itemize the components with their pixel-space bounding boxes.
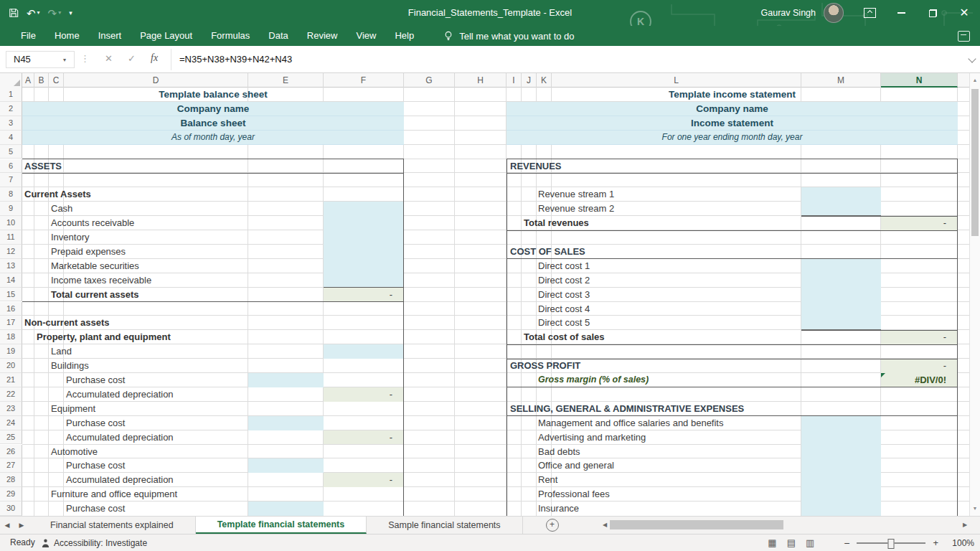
row-header-11[interactable]: 11 [0, 230, 22, 245]
scroll-down-icon[interactable]: ▼ [970, 503, 980, 514]
balance_sheet-label-r22[interactable]: Accumulated depreciation [66, 387, 174, 402]
sheet-nav-left-icon[interactable]: ◀ [0, 517, 14, 534]
balance_sheet-label-r27[interactable]: Purchase cost [66, 458, 125, 473]
menu-tab-review[interactable]: Review [298, 26, 347, 46]
view-normal-icon[interactable]: ▦ [768, 537, 776, 548]
ribbon-display-options-button[interactable] [854, 0, 885, 26]
scroll-up-icon[interactable]: ▲ [970, 75, 980, 86]
income_statement-label-r2[interactable]: Company name [507, 102, 958, 116]
formula-bar-expand-icon[interactable] [968, 55, 976, 62]
formula-bar-handle[interactable]: ⋮ [80, 53, 90, 64]
view-page-break-icon[interactable]: ▥ [806, 537, 814, 548]
row-header-6[interactable]: 6 [0, 159, 22, 174]
row-header-18[interactable]: 18 [0, 330, 22, 344]
row-header-7[interactable]: 7 [0, 173, 22, 187]
balance_sheet-input-cells-E30[interactable] [248, 501, 324, 516]
income_statement-label-r8[interactable]: Revenue stream 1 [538, 187, 614, 202]
income_statement-label-r21[interactable]: Gross margin (% of sales) [538, 373, 649, 387]
name-box-dropdown-icon[interactable]: ▾ [63, 57, 66, 63]
income_statement-label-r27[interactable]: Office and general [538, 458, 614, 473]
balance_sheet-label-r1[interactable]: Template balance sheet [22, 88, 404, 102]
row-header-13[interactable]: 13 [0, 259, 22, 273]
row-header-3[interactable]: 3 [0, 116, 22, 131]
zoom-out-button[interactable]: − [844, 537, 849, 549]
row-header-14[interactable]: 14 [0, 273, 22, 288]
menu-tab-formulas[interactable]: Formulas [202, 26, 259, 46]
row-header-24[interactable]: 24 [0, 416, 22, 430]
row-header-22[interactable]: 22 [0, 387, 22, 402]
income_statement-label-r15[interactable]: Direct cost 3 [538, 288, 590, 302]
column-header-N[interactable]: N [881, 73, 958, 88]
row-header-25[interactable]: 25 [0, 430, 22, 445]
income_statement-label-r1[interactable]: Template income statement [507, 88, 958, 102]
balance_sheet-label-r3[interactable]: Balance sheet [22, 116, 404, 131]
balance_sheet-input-cells-E21[interactable] [248, 373, 324, 387]
user-name[interactable]: Gaurav Singh [761, 8, 816, 18]
balance_sheet-input-cells-E24[interactable] [248, 416, 324, 430]
income_statement-input-cells-M8[interactable] [801, 187, 881, 216]
income_statement-value-r18[interactable]: - [881, 330, 946, 344]
menu-tab-page-layout[interactable]: Page Layout [131, 26, 202, 46]
income_statement-value-r21[interactable]: #DIV/0! [881, 373, 946, 387]
row-header-5[interactable]: 5 [0, 145, 22, 159]
zoom-slider[interactable] [857, 542, 925, 544]
balance_sheet-value-r15[interactable]: - [324, 288, 392, 302]
zoom-level[interactable]: 100% [950, 538, 974, 548]
new-sheet-button[interactable]: + [546, 519, 559, 532]
balance_sheet-value-r22[interactable]: - [324, 387, 392, 402]
scroll-right-icon[interactable]: ▶ [960, 519, 970, 532]
balance_sheet-label-r23[interactable]: Equipment [51, 402, 95, 416]
undo-dropdown-icon[interactable]: ▾ [37, 10, 40, 16]
comments-icon[interactable] [958, 31, 970, 42]
balance_sheet-label-r10[interactable]: Accounts receivable [51, 216, 134, 230]
row-header-8[interactable]: 8 [0, 187, 22, 202]
column-header-G[interactable]: G [404, 73, 455, 88]
menu-tab-data[interactable]: Data [259, 26, 297, 46]
column-header-B[interactable]: B [34, 73, 49, 88]
enter-icon[interactable]: ✓ [128, 53, 136, 64]
sheet-tab-sample-financial-statements[interactable]: Sample financial statements [367, 517, 522, 534]
menu-tab-home[interactable]: Home [45, 26, 89, 46]
balance_sheet-label-r9[interactable]: Cash [51, 202, 72, 216]
balance_sheet-label-r4[interactable]: As of month day, year [22, 131, 404, 145]
column-header-J[interactable]: J [522, 73, 537, 88]
income_statement-label-r18[interactable]: Total cost of sales [524, 330, 604, 344]
redo-dropdown-icon[interactable]: ▾ [58, 10, 61, 16]
income_statement-label-r4[interactable]: For one year ending month day, year [507, 131, 958, 145]
formula-input[interactable]: =N35+N38+N39+N42+N43 [179, 46, 292, 73]
balance_sheet-label-r11[interactable]: Inventory [51, 230, 89, 245]
column-header-H[interactable]: H [455, 73, 507, 88]
row-header-28[interactable]: 28 [0, 473, 22, 487]
income_statement-label-r16[interactable]: Direct cost 4 [538, 302, 590, 316]
user-avatar[interactable] [824, 3, 844, 23]
income_statement-label-r25[interactable]: Advertising and marketing [538, 430, 646, 445]
balance_sheet-label-r21[interactable]: Purchase cost [66, 373, 125, 387]
balance_sheet-input-cells-E27[interactable] [248, 458, 324, 473]
row-header-20[interactable]: 20 [0, 359, 22, 373]
income_statement-label-r10[interactable]: Total revenues [524, 216, 589, 230]
income_statement-label-r6[interactable]: REVENUES [510, 159, 562, 174]
tell-me-box[interactable]: Tell me what you want to do [443, 31, 574, 42]
customize-qat-button[interactable]: ▾ [69, 10, 72, 17]
balance_sheet-label-r19[interactable]: Land [51, 344, 72, 359]
minimize-button[interactable] [885, 0, 917, 26]
income_statement-label-r28[interactable]: Rent [538, 473, 557, 487]
row-header-1[interactable]: 1 [0, 88, 22, 102]
income_statement-label-r13[interactable]: Direct cost 1 [538, 259, 590, 273]
balance_sheet-label-r28[interactable]: Accumulated depreciation [66, 473, 174, 487]
column-header-I[interactable]: I [507, 73, 522, 88]
row-header-30[interactable]: 30 [0, 501, 22, 516]
row-header-12[interactable]: 12 [0, 245, 22, 259]
row-header-2[interactable]: 2 [0, 102, 22, 116]
redo-button[interactable]: ↷▾ [48, 8, 62, 19]
balance_sheet-label-r15[interactable]: Total current assets [51, 288, 139, 302]
balance_sheet-label-r14[interactable]: Income taxes receivable [51, 273, 151, 288]
row-header-23[interactable]: 23 [0, 402, 22, 416]
scroll-left-icon[interactable]: ◀ [600, 519, 610, 532]
income_statement-input-cells-M24[interactable] [801, 416, 881, 516]
column-header-A[interactable]: A [22, 73, 34, 88]
income_statement-label-r26[interactable]: Bad debts [538, 445, 580, 459]
balance_sheet-label-r12[interactable]: Prepaid expenses [51, 245, 126, 259]
sheet-nav-right-icon[interactable]: ▶ [14, 517, 29, 534]
balance_sheet-label-r26[interactable]: Automotive [51, 445, 98, 459]
